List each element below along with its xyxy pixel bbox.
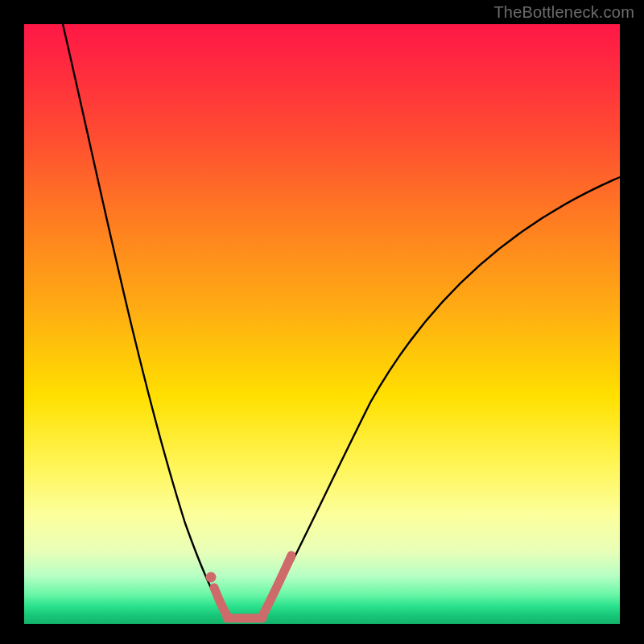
curve-highlight-marker xyxy=(206,572,217,583)
curve-highlight-right xyxy=(262,555,291,616)
curve-highlight-left xyxy=(214,588,227,616)
chart-frame: TheBottleneck.com xyxy=(0,0,644,644)
curve-layer xyxy=(24,24,620,624)
bottleneck-curve-left xyxy=(63,24,227,616)
watermark-label: TheBottleneck.com xyxy=(493,3,634,22)
bottleneck-curve-right xyxy=(262,177,620,616)
plot-area xyxy=(24,24,620,624)
